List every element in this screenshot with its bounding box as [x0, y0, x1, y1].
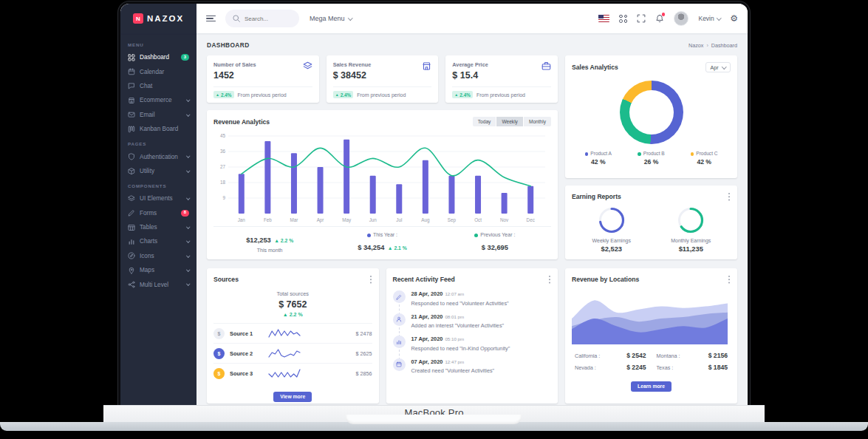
mail-icon [128, 111, 135, 118]
box-icon [128, 167, 135, 174]
sidebar-item-multi-level[interactable]: Multi Level [120, 277, 197, 291]
source-icon: $ [213, 368, 225, 379]
sidebar-item-forms[interactable]: Forms8 [120, 206, 197, 220]
stat-cards: Number of Sales1452▲2.4%From previous pe… [207, 55, 558, 103]
svg-text:Jun: Jun [369, 217, 377, 222]
avatar[interactable] [674, 11, 688, 26]
sidebar-item-ecommerce[interactable]: Ecommerce [120, 93, 197, 107]
sidebar-item-ui-elements[interactable]: UI Elements [120, 191, 197, 205]
search-input[interactable] [245, 16, 293, 22]
sidebar-item-icons[interactable]: Icons [120, 249, 197, 263]
main-content: DASHBOARD Nazox › Dashboard Number of Sa… [197, 33, 748, 405]
kanban-icon [128, 126, 135, 133]
activity-items: 28 Apr, 202012:07 amResponded to need "V… [393, 290, 552, 374]
kebab-menu-icon[interactable] [549, 275, 551, 284]
activity-item: 21 Apr, 202008:01 pmAdded an interest "V… [393, 313, 552, 330]
activity-feed-card: Recent Activity Feed 28 Apr, 202012:07 a… [386, 268, 558, 404]
month-value: $12,253 [246, 236, 271, 244]
chevron-down-icon [186, 282, 190, 286]
sidebar: MENUDashboard3CalendarChatEcommerceEmail… [120, 33, 197, 405]
sidebar-item-email[interactable]: Email [120, 108, 197, 122]
svg-text:Mar: Mar [290, 217, 298, 222]
earning-items: Weekly Earnings$2,523Monthly Earnings$11… [572, 206, 731, 253]
logo[interactable]: N NAZOX [120, 4, 197, 33]
source-row-source-2[interactable]: $Source 2$ 2625 [213, 343, 372, 363]
range-button-monthly[interactable]: Monthly [524, 117, 551, 126]
legend-dot [691, 152, 694, 156]
source-row-source-1[interactable]: $Source 1$ 2478 [213, 323, 372, 343]
kebab-menu-icon[interactable] [728, 192, 731, 201]
chevron-down-icon [186, 196, 190, 200]
view-more-button[interactable]: View more [273, 392, 312, 402]
month-label: This month [213, 248, 326, 253]
kebab-menu-icon[interactable] [728, 275, 731, 284]
chevron-down-icon [186, 225, 190, 228]
sparkline-chart [267, 328, 301, 338]
sidebar-item-utility[interactable]: Utility [120, 164, 197, 178]
store-icon [128, 97, 135, 104]
sales-analytics-card: Sales Analytics Apr Product A42 %Product… [565, 55, 737, 178]
delta-badge: ▲2.4% [213, 91, 234, 98]
revenue-analytics-card: Revenue Analytics TodayWeeklyMonthly 453… [207, 110, 558, 259]
range-button-weekly[interactable]: Weekly [496, 117, 523, 126]
layers-icon [128, 195, 135, 203]
chevron-down-icon [186, 112, 190, 116]
source-row-source-3[interactable]: $Source 3$ 2856 [213, 363, 372, 383]
sources-rows: $Source 1$ 2478$Source 2$ 2625$Source 3$… [213, 323, 372, 383]
topbar: N NAZOX Mega Menu Kevin ⚙ [120, 4, 748, 33]
range-button-today[interactable]: Today [473, 117, 496, 126]
language-flag-us[interactable] [598, 15, 609, 22]
apps-grid-icon[interactable] [619, 15, 627, 23]
activity-item: 28 Apr, 202012:07 amResponded to need "V… [393, 290, 552, 307]
fullscreen-icon[interactable] [637, 14, 646, 23]
briefcase-icon [541, 61, 551, 71]
learn-more-button[interactable]: Learn more [631, 381, 671, 392]
chevron-down-icon [186, 239, 190, 243]
chevron-down-icon [186, 154, 190, 158]
legend-dot [367, 234, 371, 237]
sidebar-item-chat[interactable]: Chat [120, 79, 197, 93]
sidebar-item-maps[interactable]: Maps [120, 263, 197, 277]
kebab-menu-icon[interactable] [370, 275, 372, 284]
sidebar-section-label: PAGES [120, 136, 197, 149]
legend-dot [585, 152, 589, 156]
sidebar-item-authentication[interactable]: Authentication [120, 149, 197, 163]
sidebar-item-tables[interactable]: Tables [120, 220, 197, 234]
bars-icon [393, 336, 406, 348]
topbar-actions: Kevin ⚙ [598, 11, 748, 26]
stat-card-number-of-sales: Number of Sales1452▲2.4%From previous pe… [207, 55, 319, 103]
sidebar-item-kanban-board[interactable]: Kanban Board [120, 122, 197, 136]
location-stat-montana-: Montana :$ 2156 [657, 352, 728, 359]
delta-badge: ▲2.4% [333, 91, 354, 98]
sales-donut-chart [620, 81, 683, 144]
mega-menu-button[interactable]: Mega Menu [310, 15, 352, 22]
pencil-icon [393, 290, 406, 303]
logo-icon: N [133, 13, 143, 24]
month-select[interactable]: Apr [705, 62, 731, 72]
prev-year-value: $ 32,695 [482, 244, 508, 251]
svg-text:36: 36 [220, 149, 226, 154]
legend-item-product-a: Product A42 % [572, 151, 625, 166]
menu-toggle-button[interactable] [206, 16, 216, 22]
sidebar-item-dashboard[interactable]: Dashboard3 [120, 50, 197, 64]
notifications-bell-icon[interactable] [655, 14, 664, 23]
card-title: Recent Activity Feed [393, 276, 455, 283]
pin-icon [128, 267, 135, 274]
earning-reports-card: Earning Reports Weekly Earnings$2,523Mon… [565, 186, 737, 259]
gear-icon[interactable]: ⚙ [730, 14, 738, 23]
source-icon: $ [213, 328, 225, 339]
legend-item-product-c: Product C42 % [677, 151, 731, 166]
sidebar-item-calendar[interactable]: Calendar [120, 64, 197, 78]
activity-item: 17 Apr, 202005:10 pmResponded to need "I… [393, 336, 552, 352]
card-title: Sales Analytics [572, 64, 618, 71]
user-menu[interactable]: Kevin [698, 15, 720, 22]
svg-text:Aug: Aug [421, 217, 430, 223]
sidebar-section-label: COMPONENTS [120, 178, 197, 191]
chat-icon [128, 82, 135, 89]
radial-chart [598, 206, 626, 234]
this-year-delta: ▲ 2.1 % [388, 245, 407, 251]
sidebar-item-charts[interactable]: Charts [120, 234, 197, 248]
revenue-chart: 453627189JanFebMarAprMayJunJulAugSepOctN… [213, 126, 547, 223]
month-delta: ▲ 2.2 % [274, 238, 293, 243]
chevron-down-icon [722, 64, 726, 69]
